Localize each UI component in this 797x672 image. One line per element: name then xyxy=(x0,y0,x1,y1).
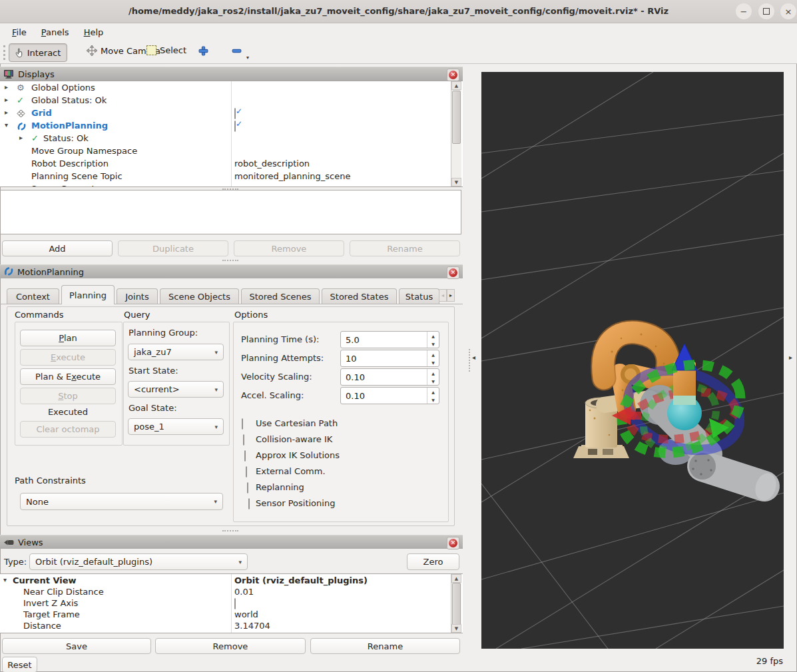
planning-group-select[interactable]: jaka_zu7▾ xyxy=(128,344,224,360)
expander-icon[interactable]: ▸ xyxy=(19,134,23,141)
add-display-button[interactable]: Add xyxy=(2,240,113,256)
splitter-handle[interactable] xyxy=(222,530,238,531)
use-cartesian-path-checkbox[interactable] xyxy=(242,418,243,430)
view-row-distance[interactable]: Distance 3.14704 xyxy=(1,621,452,632)
tree-row-global-options[interactable]: ▸ ⚙ Global Options xyxy=(1,82,452,95)
motionplanning-close-button[interactable]: ✕ xyxy=(447,266,459,279)
title-bar[interactable]: /home/meddy/jaka_ros2/install/jaka_zu7_m… xyxy=(0,0,797,23)
view-row-target-frame[interactable]: Target Frame world xyxy=(1,609,452,621)
accel-scaling-spinner[interactable]: ▲▼ xyxy=(340,387,439,404)
expander-icon[interactable]: ▾ xyxy=(3,576,7,583)
tree-row-robot-description[interactable]: Robot Description robot_description xyxy=(1,158,452,170)
tab-scroll-left-icon[interactable]: ◂ xyxy=(439,289,447,302)
external-comm-checkbox[interactable] xyxy=(246,466,247,478)
plan-and-execute-button[interactable]: Plan & Execute xyxy=(20,368,116,385)
interactive-marker[interactable] xyxy=(609,344,752,469)
scrollbar-thumb[interactable] xyxy=(452,91,461,144)
collapse-right-icon[interactable]: ▸ xyxy=(789,354,792,361)
display-description-box[interactable] xyxy=(0,190,461,234)
scrollbar-thumb[interactable] xyxy=(452,583,461,625)
invert-z-checkbox[interactable] xyxy=(234,599,236,609)
tree-row-status-ok[interactable]: ▸ ✓ Status: Ok xyxy=(1,133,452,145)
velocity-scaling-spinner[interactable]: ▲▼ xyxy=(340,368,439,386)
displays-close-button[interactable]: ✕ xyxy=(447,69,459,81)
spin-up-icon[interactable]: ▲ xyxy=(427,388,439,396)
tab-scene-objects[interactable]: Scene Objects xyxy=(160,288,239,304)
viewport-splitter-handle[interactable] xyxy=(469,349,470,372)
menu-panels[interactable]: Panels xyxy=(35,26,76,39)
tab-joints[interactable]: Joints xyxy=(117,288,158,304)
view-type-select[interactable]: Orbit (rviz_default_plugins)▾ xyxy=(29,553,248,570)
sensor-positioning-checkbox[interactable] xyxy=(248,498,250,509)
row-value[interactable]: monitored_planning_scene xyxy=(234,171,350,181)
add-tool-button[interactable] xyxy=(198,46,208,58)
expander-icon[interactable]: ▸ xyxy=(5,96,8,103)
scroll-down-icon[interactable]: ▼ xyxy=(451,624,461,633)
spin-down-icon[interactable]: ▼ xyxy=(427,377,439,385)
menu-help[interactable]: Help xyxy=(77,26,111,39)
interact-tool-button[interactable]: Interact xyxy=(9,43,67,62)
displays-scrollbar[interactable]: ▲ ▼ xyxy=(451,81,461,186)
planning-attempts-spinner[interactable]: ▲▼ xyxy=(340,350,439,367)
velocity-scaling-input[interactable] xyxy=(341,369,427,385)
views-scrollbar[interactable]: ▲ ▼ xyxy=(451,574,461,633)
spin-down-icon[interactable]: ▼ xyxy=(427,340,439,348)
remove-view-button[interactable]: Remove xyxy=(155,638,306,654)
plan-button[interactable]: Plan xyxy=(20,330,116,346)
replanning-checkbox[interactable] xyxy=(247,482,248,494)
accel-scaling-input[interactable] xyxy=(341,388,427,404)
3d-viewport[interactable] xyxy=(481,72,784,649)
tab-scroll-right-icon[interactable]: ▸ xyxy=(447,289,455,302)
spin-down-icon[interactable]: ▼ xyxy=(427,358,439,366)
scroll-up-icon[interactable]: ▲ xyxy=(451,574,461,583)
maximize-button[interactable] xyxy=(758,3,774,19)
spin-up-icon[interactable]: ▲ xyxy=(427,350,439,358)
zero-button[interactable]: Zero xyxy=(407,553,459,570)
rename-display-button[interactable]: Rename xyxy=(350,240,460,256)
views-close-button[interactable]: ✕ xyxy=(447,537,459,549)
row-value[interactable]: world xyxy=(234,609,258,619)
views-panel-header[interactable]: Views ✕ xyxy=(0,535,463,549)
execute-button[interactable]: Execute xyxy=(20,349,116,366)
planning-time-input[interactable] xyxy=(341,332,427,348)
reset-button[interactable]: Reset xyxy=(2,657,37,672)
motionplanning-enabled-checkbox[interactable] xyxy=(234,121,236,131)
views-tree[interactable]: ▾ Current View Orbit (rviz_default_plugi… xyxy=(0,573,463,633)
save-view-button[interactable]: Save xyxy=(2,638,151,654)
start-state-select[interactable]: <current>▾ xyxy=(128,381,224,398)
tree-row-motionplanning[interactable]: ▾ MotionPlanning xyxy=(1,120,452,133)
remove-display-button[interactable]: Remove xyxy=(234,240,344,256)
scroll-up-icon[interactable]: ▲ xyxy=(451,81,461,90)
spin-up-icon[interactable]: ▲ xyxy=(427,332,439,340)
tab-planning[interactable]: Planning xyxy=(61,285,115,304)
remove-tool-button[interactable] xyxy=(232,46,242,58)
displays-panel-header[interactable]: Displays ✕ xyxy=(0,67,463,81)
stop-button[interactable]: Stop xyxy=(20,388,116,404)
collision-aware-ik-checkbox[interactable] xyxy=(243,434,244,446)
row-value[interactable]: robot_description xyxy=(234,159,310,168)
tab-status[interactable]: Status xyxy=(399,288,439,304)
rename-view-button[interactable]: Rename xyxy=(310,638,460,654)
clear-octomap-button[interactable]: Clear octomap xyxy=(20,421,116,438)
select-tool-button[interactable]: Select xyxy=(146,45,186,55)
scroll-down-icon[interactable]: ▼ xyxy=(451,178,461,186)
expander-icon[interactable]: ▸ xyxy=(5,83,8,91)
menu-file[interactable]: File xyxy=(5,26,33,39)
path-constraints-select[interactable]: None▾ xyxy=(20,493,223,510)
close-button[interactable]: × xyxy=(780,3,796,19)
displays-tree[interactable]: ▸ ⚙ Global Options ▸ ✓ Global Status: Ok… xyxy=(0,81,463,187)
expander-icon[interactable]: ▾ xyxy=(5,121,8,129)
view-row-invert-z[interactable]: Invert Z Axis xyxy=(1,598,452,609)
expander-icon[interactable]: ▸ xyxy=(5,109,8,116)
view-row-near-clip[interactable]: Near Clip Distance 0.01 xyxy=(1,587,452,598)
planning-time-spinner[interactable]: ▲▼ xyxy=(340,331,439,348)
spin-down-icon[interactable]: ▼ xyxy=(427,396,439,404)
tree-row-planning-scene-topic[interactable]: Planning Scene Topic monitored_planning_… xyxy=(1,170,452,183)
collapse-left-icon[interactable]: ◂ xyxy=(472,354,475,361)
row-value[interactable]: 0.01 xyxy=(234,587,254,597)
toolbar-drag-handle[interactable] xyxy=(3,45,5,60)
tool-dropdown-caret[interactable]: ▾ xyxy=(246,55,249,61)
grid-enabled-checkbox[interactable] xyxy=(234,109,236,119)
tab-stored-states[interactable]: Stored States xyxy=(322,288,397,304)
goal-state-select[interactable]: pose_1▾ xyxy=(128,418,224,435)
